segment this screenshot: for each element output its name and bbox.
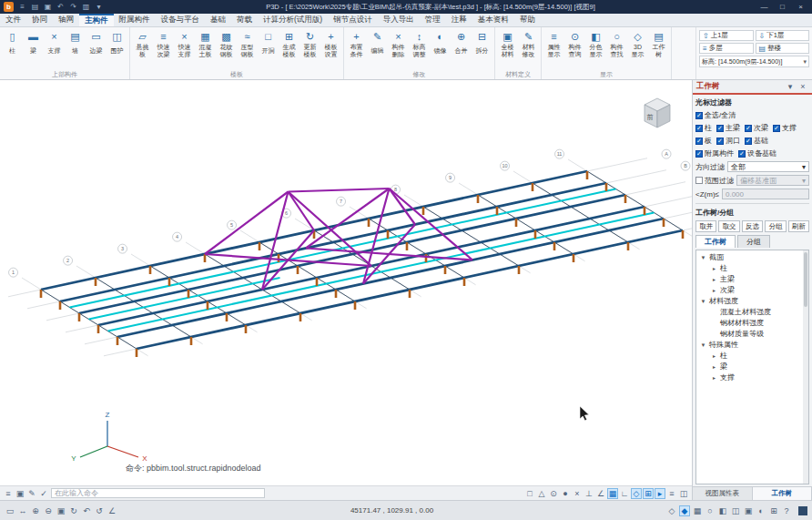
snap-center-icon[interactable]: ⊙ <box>548 488 559 499</box>
ribbon-btn-0-4[interactable]: ▭边梁 <box>86 28 107 58</box>
menu-tab-14[interactable]: 帮助 <box>514 14 541 26</box>
snap-intersection-icon[interactable]: × <box>572 488 583 499</box>
select-mode-icon[interactable]: ▭ <box>5 505 15 516</box>
fullscreen-icon[interactable]: ⊞ <box>768 505 779 516</box>
ribbon-btn-1-7[interactable]: ⊞生成 楼板 <box>279 28 299 58</box>
lock-ui-icon[interactable]: ▣ <box>743 505 754 516</box>
minimize-button[interactable]: — <box>756 1 772 13</box>
tree-tab-1[interactable]: 分组 <box>737 235 770 248</box>
ribbon-btn-4-1[interactable]: ⊙构件 查询 <box>564 28 585 58</box>
menu-tab-3[interactable]: 主构件 <box>79 14 114 26</box>
ribbon-btn-0-3[interactable]: ▤墙 <box>65 28 86 58</box>
filter-checkbox[interactable]: ✓主梁 <box>716 123 740 133</box>
tree-node-1-1[interactable]: 钢材材料强度 <box>711 318 807 329</box>
tree-node-0[interactable]: ▼截面 <box>700 252 807 263</box>
tree-tab-0[interactable]: 工作树 <box>695 235 736 248</box>
tree-node-2-0[interactable]: ▸柱 <box>711 351 807 362</box>
tree-node-0-1[interactable]: ▸主梁 <box>711 274 807 285</box>
level-nav-3[interactable]: ▤整楼 <box>756 43 810 54</box>
command-history-icon[interactable]: ≡ <box>3 488 14 499</box>
ribbon-btn-2-1[interactable]: ✎编辑 <box>367 28 388 58</box>
snap-node-icon[interactable]: ● <box>560 488 571 499</box>
menu-tab-12[interactable]: 注释 <box>446 14 472 26</box>
print-icon[interactable]: ▥ <box>80 1 92 13</box>
ribbon-btn-3-0[interactable]: ▣全楼 材料 <box>497 28 518 58</box>
snap-endpoint-icon[interactable]: □ <box>524 488 535 499</box>
edit-command-icon[interactable]: ✎ <box>26 488 37 499</box>
panel-bottom-tab-0[interactable]: 视图属性表 <box>693 487 753 500</box>
filter-checkbox[interactable]: ✓次梁 <box>745 123 768 133</box>
ribbon-btn-2-3[interactable]: ↕标高 调整 <box>409 28 430 58</box>
expand-icon[interactable]: ▸ <box>711 362 717 372</box>
model-canvas[interactable]: 1234567891011ABCDEF前ZXY <box>0 80 692 485</box>
ribbon-btn-4-2[interactable]: ◧分色 显示 <box>585 28 606 58</box>
ribbon-btn-1-8[interactable]: ↻更新 楼板 <box>299 28 320 58</box>
ribbon-btn-4-3[interactable]: ○构件 查找 <box>606 28 627 58</box>
ribbon-btn-2-6[interactable]: ⊟拆分 <box>472 28 492 58</box>
expand-icon[interactable]: ▸ <box>711 351 717 362</box>
menu-tab-0[interactable]: 文件 <box>0 14 26 26</box>
menu-tab-9[interactable]: 钢节点设计 <box>328 14 378 26</box>
range-base-select[interactable]: 偏移基准面 ▾ <box>736 175 809 186</box>
expand-icon[interactable]: ▸ <box>711 274 717 285</box>
menu-tab-1[interactable]: 协同 <box>26 14 53 26</box>
filter-checkbox[interactable]: ✓设备基础 <box>738 148 776 158</box>
tree-node-1-2[interactable]: 钢材质量等级 <box>711 329 807 340</box>
panel-bottom-tab-1[interactable]: 工作树 <box>753 487 812 500</box>
ribbon-btn-0-2[interactable]: ×支撑 <box>44 28 65 58</box>
menu-tab-4[interactable]: 附属构件 <box>114 14 156 26</box>
filter-checkbox[interactable]: ✓附属构件 <box>695 148 734 158</box>
ribbon-btn-0-1[interactable]: ▬梁 <box>23 28 44 58</box>
level-nav-2[interactable]: ≡多层 <box>699 43 754 54</box>
tree-action-3[interactable]: 分组 <box>765 220 786 232</box>
tree-node-2-1[interactable]: ▸梁 <box>711 362 807 372</box>
ribbon-btn-1-4[interactable]: ▩花纹 钢板 <box>216 28 237 58</box>
tree-node-1-0[interactable]: 混凝土材料强度 <box>711 307 807 318</box>
work-tree[interactable]: ▼截面▸柱▸主梁▸次梁▼材料强度混凝土材料强度钢材材料强度钢材质量等级▼特殊属性… <box>695 250 809 484</box>
tree-node-2[interactable]: ▼特殊属性 <box>700 340 807 351</box>
ribbon-btn-1-0[interactable]: ▱悬挑 板 <box>132 28 153 58</box>
maximize-button[interactable]: □ <box>775 1 790 13</box>
help-icon[interactable]: ? <box>781 505 792 516</box>
ribbon-btn-2-5[interactable]: ⊕合并 <box>451 28 472 58</box>
elevation-selector[interactable]: 标高: [14.500m(9层-14.500)] ▾ <box>699 56 809 67</box>
grid-snap-icon[interactable]: ▦ <box>607 488 618 499</box>
tree-action-2[interactable]: 反选 <box>742 220 763 232</box>
filter-checkbox[interactable]: ✓柱 <box>695 123 712 133</box>
level-nav-0[interactable]: ⇧上1层 <box>699 30 754 41</box>
menu-tab-8[interactable]: 计算分析(试用版) <box>258 14 328 26</box>
ribbon-btn-1-6[interactable]: □开洞 <box>258 28 279 58</box>
collapse-icon[interactable]: ▼ <box>700 296 706 307</box>
filter-checkbox[interactable]: ✓洞口 <box>716 136 740 146</box>
ribbon-btn-1-9[interactable]: +楼板 设置 <box>320 28 341 58</box>
menu-tab-7[interactable]: 荷载 <box>231 14 258 26</box>
dynamic-input-icon[interactable]: ▸ <box>655 488 665 499</box>
tree-action-1[interactable]: 取交 <box>718 220 739 232</box>
menu-tab-10[interactable]: 导入导出 <box>378 14 420 26</box>
tree-action-0[interactable]: 取并 <box>695 220 716 232</box>
confirm-command-icon[interactable]: ✓ <box>38 488 49 499</box>
level-nav-1[interactable]: ⇩下1层 <box>756 30 810 41</box>
z-limit-input[interactable]: 0.000 <box>722 189 809 199</box>
ribbon-btn-4-5[interactable]: ▤工作 树 <box>648 28 669 58</box>
selection-filter-icon[interactable]: ◫ <box>678 488 689 499</box>
tree-node-0-2[interactable]: ▸次梁 <box>711 285 807 296</box>
menu-tab-11[interactable]: 管理 <box>420 14 446 26</box>
app-menu-icon[interactable]: ≡ <box>16 1 28 13</box>
expand-icon[interactable]: ▸ <box>711 263 717 274</box>
lineweight-icon[interactable]: ≡ <box>666 488 677 499</box>
wireframe-mode-icon[interactable]: ◇ <box>666 505 677 516</box>
direction-filter-select[interactable]: 全部 ▾ <box>727 161 809 172</box>
ribbon-btn-4-0[interactable]: ≡属性 显示 <box>543 28 564 58</box>
edge-display-icon[interactable]: ▦ <box>692 505 703 516</box>
tree-node-2-2[interactable]: ▸支撑 <box>711 372 807 383</box>
zoom-in-icon[interactable]: ⊕ <box>30 505 41 516</box>
menu-tab-2[interactable]: 轴网 <box>53 14 79 26</box>
ribbon-btn-1-2[interactable]: ×快速 支撑 <box>174 28 195 58</box>
menu-tab-13[interactable]: 基本资料 <box>472 14 514 26</box>
ribbon-btn-2-4[interactable]: ◐镜像 <box>430 28 451 58</box>
undo-icon[interactable]: ↶ <box>55 1 66 13</box>
filter-checkbox[interactable]: ✓支撑 <box>773 123 797 133</box>
resize-grip[interactable] <box>798 506 807 515</box>
ribbon-btn-2-0[interactable]: +布置 条件 <box>346 28 367 58</box>
